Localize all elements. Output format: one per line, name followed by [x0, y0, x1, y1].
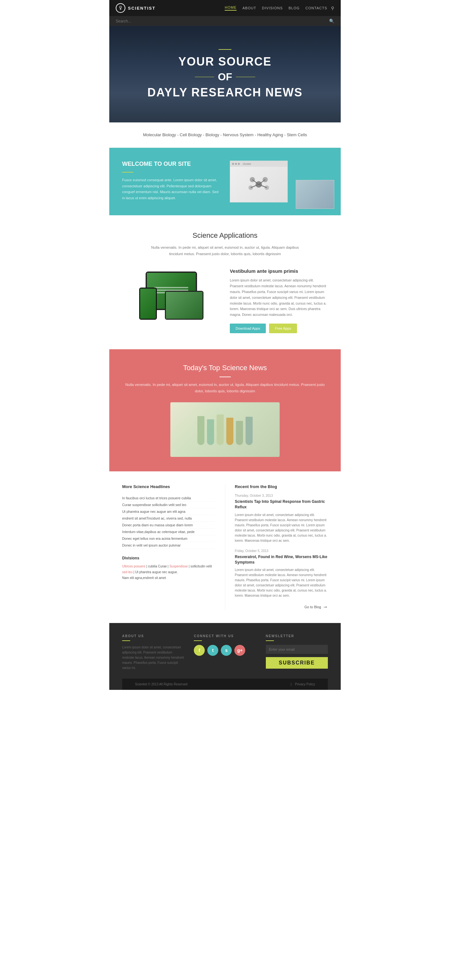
- tube-4: [226, 418, 233, 445]
- mock-browser-content: [230, 167, 287, 202]
- search-icon[interactable]: ⚲: [331, 6, 334, 11]
- apps-buttons: Download Apps Free Apps: [230, 324, 328, 333]
- device-group: [139, 268, 203, 320]
- blog-date-1: Thursday, October 3, 2013: [235, 494, 328, 497]
- newsletter-email-input[interactable]: [266, 645, 328, 654]
- list-item: endrerit sit ametTincidunt ac, viverra s…: [122, 515, 215, 522]
- blog-excerpt-1: Lorem ipsum dolor sit amet, consectetuer…: [235, 512, 328, 543]
- app-title: Vestibulum ante ipsum primis: [230, 268, 328, 274]
- svg-point-0: [120, 6, 121, 8]
- list-item: Donec porta diam eu massa uisque diam lo…: [122, 522, 215, 528]
- headlines-title: More Science Headlines: [122, 484, 215, 489]
- footer-connect-title: CONNECT WITH US: [194, 634, 256, 638]
- top-news-title: Today's Top Science News: [122, 364, 328, 372]
- hero-title-line1: YOUR SOURCE: [179, 55, 271, 68]
- science-apps-title: Science Applications: [122, 231, 328, 240]
- download-apps-button[interactable]: Download Apps: [230, 324, 266, 333]
- top-news-desc: Nulla venenatis. In pede mi, aliquet sit…: [122, 382, 328, 394]
- tagline-text: Molecular Biology - Cell Biology - Biolo…: [116, 131, 334, 138]
- footer-divider: | Privacy Policy: [288, 682, 315, 686]
- list-item: In faucibus orci luctus et trices posuer…: [122, 495, 215, 501]
- nav-divisions[interactable]: DIVISIONS: [262, 6, 283, 10]
- tube-6: [246, 417, 253, 445]
- skype-icon[interactable]: s: [221, 645, 232, 656]
- welcome-underline: [122, 172, 133, 173]
- browser-dot-2: [235, 163, 237, 165]
- apps-content: Vestibulum ante ipsum primis Lorem ipsum…: [122, 268, 328, 333]
- division-link[interactable]: Suspendisse: [169, 565, 188, 568]
- free-apps-button[interactable]: Free Apps: [269, 324, 297, 333]
- blog-goto-area: Go to Blog →: [235, 604, 328, 610]
- list-item: Donec in velit vel ipsum auctor pulvinar: [122, 542, 215, 549]
- footer-newsletter-col: NEWSLETTER SUBSCRIBE: [266, 634, 328, 671]
- search-input[interactable]: [116, 19, 329, 24]
- hero-accent-line: [219, 49, 231, 50]
- headlines-list: In faucibus orci luctus et trices posuer…: [122, 495, 215, 549]
- hero-title-line3: DAYLY RESEARCH NEWS: [148, 86, 303, 99]
- welcome-section: WELCOME TO OUR SITE Fusce euismod conseq…: [109, 148, 341, 215]
- division-link[interactable]: sed leo: [122, 570, 132, 574]
- welcome-mock-browser: cluster: [230, 161, 288, 202]
- hero-title-line2: OF: [218, 71, 232, 83]
- blog-post-title-2: Resveratrol, Found in Red Wine, Worsens …: [235, 554, 328, 565]
- list-item: Ut pharetra augue nec augue am elit agna: [122, 508, 215, 515]
- blog-excerpt-2: Lorem ipsum dolor sit amet, consectetuer…: [235, 568, 328, 598]
- footer-about-title: ABOUT US: [122, 634, 184, 638]
- footer-about-text: Lorem ipsum dolor sit amet, consectetuer…: [122, 645, 184, 671]
- device-tablet2: [165, 291, 203, 320]
- news-tubes: [197, 415, 253, 445]
- news-image-content: [170, 402, 280, 457]
- division-link[interactable]: Ultrices posuere: [122, 565, 145, 568]
- welcome-body: Fusce euismod consequat ante. Lorem ipsu…: [122, 177, 220, 201]
- logo[interactable]: SCIENTIST: [116, 3, 156, 13]
- footer-underline-2: [194, 640, 202, 641]
- privacy-link[interactable]: Privacy Policy: [295, 682, 315, 686]
- tube-1: [197, 416, 204, 445]
- top-news-line: [220, 377, 231, 377]
- goto-arrow-icon: →: [323, 604, 328, 610]
- footer: ABOUT US Lorem ipsum dolor sit amet, con…: [109, 623, 341, 690]
- phone-screen: [140, 288, 156, 319]
- tube-3: [217, 415, 224, 445]
- apps-devices: [122, 268, 220, 320]
- welcome-text-area: WELCOME TO OUR SITE Fusce euismod conseq…: [122, 161, 220, 201]
- divisions-section: Divisions Ultrices posuere | cubilia Cur…: [122, 556, 215, 581]
- division-text: sollicitudin velit: [190, 565, 212, 568]
- footer-connect-col: CONNECT WITH US f t s g+: [194, 634, 256, 671]
- search-submit-icon[interactable]: 🔍: [329, 19, 334, 24]
- tagline: Molecular Biology - Cell Biology - Biolo…: [109, 123, 341, 148]
- footer-underline-3: [266, 640, 274, 641]
- footer-underline-1: [122, 640, 130, 641]
- nav-blog[interactable]: BLOG: [289, 6, 300, 10]
- mock-browser-bar: cluster: [230, 161, 287, 167]
- divisions-links: Ultrices posuere | cubilia Curae | Suspe…: [122, 563, 215, 581]
- social-icons: f t s g+: [194, 645, 256, 656]
- tube-5: [236, 421, 243, 445]
- welcome-image-area: cluster: [230, 161, 328, 202]
- bottom-content: More Science Headlines In faucibus orci …: [109, 471, 341, 623]
- tube-2: [207, 419, 214, 445]
- hero-line-right: [236, 77, 255, 77]
- hero-section: YOUR SOURCE OF DAYLY RESEARCH NEWS: [109, 26, 341, 123]
- search-bar: 🔍: [109, 16, 341, 26]
- facebook-icon[interactable]: f: [194, 645, 205, 656]
- nav-home[interactable]: HOME: [225, 5, 236, 11]
- news-image-frame: [170, 402, 280, 457]
- list-item: Curae suspendisse sollicitudin velit sed…: [122, 501, 215, 508]
- app-body: Lorem ipsum dolor sit amet, consectetuer…: [230, 278, 328, 318]
- hero-line-left: [195, 77, 214, 77]
- nav-contacts[interactable]: CONTACTS: [305, 6, 327, 10]
- goto-blog-link[interactable]: Go to Blog: [305, 605, 321, 609]
- screen-line: [154, 287, 188, 288]
- twitter-icon[interactable]: t: [207, 645, 218, 656]
- navbar: SCIENTIST HOME ABOUT DIVISIONS BLOG CONT…: [109, 0, 341, 16]
- science-apps-section: Science Applications Nulla venenatis. In…: [109, 215, 341, 349]
- science-apps-desc: Nulla venenatis. In pede mi, aliquet sit…: [145, 245, 305, 257]
- top-news-section: Today's Top Science News Nulla venenatis…: [109, 349, 341, 471]
- googleplus-icon[interactable]: g+: [234, 645, 245, 656]
- footer-newsletter-title: NEWSLETTER: [266, 634, 328, 638]
- logo-text: SCIENTIST: [128, 6, 156, 11]
- copyright-text: Scientist © 2013 All Rights Reserved: [135, 682, 187, 686]
- nav-about[interactable]: ABOUT: [243, 6, 256, 10]
- subscribe-button[interactable]: SUBSCRIBE: [266, 657, 328, 669]
